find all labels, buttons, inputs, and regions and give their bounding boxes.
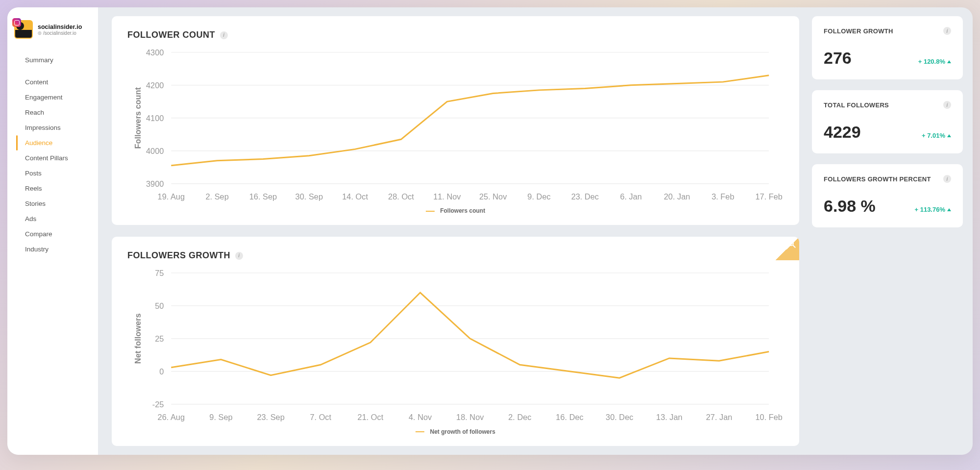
svg-text:25. Nov: 25. Nov [479,192,507,201]
metric-title: FOLLOWER GROWTH [824,27,893,35]
svg-text:20. Jan: 20. Jan [664,192,690,201]
follower-count-card: FOLLOWER COUNT i 3900400041004200430019.… [112,16,799,225]
metric-title: FOLLOWERS GROWTH PERCENT [824,175,931,183]
legend-swatch [416,431,424,432]
sidebar: socialinsider.io /socialinsider.io Summa… [7,7,98,455]
svg-text:3. Feb: 3. Feb [711,192,734,201]
app-shell: socialinsider.io /socialinsider.io Summa… [7,7,973,455]
info-icon[interactable]: i [235,252,243,260]
svg-text:9. Dec: 9. Dec [527,192,550,201]
svg-text:4000: 4000 [146,147,164,155]
metric-delta: + 113.76% [914,206,951,213]
nav-list: SummaryContentEngagementReachImpressions… [7,48,98,262]
followers-growth-card: FOLLOWERS GROWTH i -25025507526. Aug9. S… [112,237,799,445]
info-icon[interactable]: i [943,27,951,35]
instagram-icon [12,18,21,27]
sidebar-item-content-pillars[interactable]: Content Pillars [7,150,98,166]
svg-text:21. Oct: 21. Oct [358,413,384,422]
sidebar-item-stories[interactable]: Stories [7,196,98,211]
brand-handle: /socialinsider.io [38,30,82,36]
svg-text:23. Sep: 23. Sep [257,413,284,422]
metric-value: 6.98 % [824,197,876,216]
svg-text:6. Jan: 6. Jan [620,192,642,201]
legend-label: Net growth of followers [430,428,495,435]
svg-text:2. Sep: 2. Sep [205,192,228,201]
svg-text:7. Oct: 7. Oct [310,413,331,422]
svg-text:3900: 3900 [146,179,164,188]
svg-text:Net followers: Net followers [133,314,142,364]
chart-legend: Net growth of followers [127,428,784,435]
chart-legend: Followers count [127,207,784,214]
followers-growth-chart: -25025507526. Aug9. Sep23. Sep7. Oct21. … [127,266,784,435]
svg-text:-25: -25 [152,400,164,409]
svg-text:19. Aug: 19. Aug [158,192,185,201]
metric-card-followers-growth-percent: FOLLOWERS GROWTH PERCENT i 6.98 % + 113.… [812,164,963,227]
follower-count-chart: 3900400041004200430019. Aug2. Sep16. Sep… [127,45,784,214]
sidebar-item-ads[interactable]: Ads [7,211,98,226]
search-icon [787,240,796,248]
metric-value: 4229 [824,123,861,142]
sidebar-item-content[interactable]: Content [7,74,98,90]
metric-title: TOTAL FOLLOWERS [824,101,889,109]
svg-text:75: 75 [155,269,164,277]
magnify-ribbon[interactable] [776,237,799,260]
svg-text:4300: 4300 [146,48,164,57]
metrics-column: FOLLOWER GROWTH i 276 + 120.8% TOTAL FOL… [812,16,963,446]
card-title: FOLLOWERS GROWTH i [127,250,784,261]
brand-header: socialinsider.io /socialinsider.io [7,20,98,48]
caret-up-icon [947,60,951,63]
sidebar-item-reels[interactable]: Reels [7,181,98,196]
sidebar-item-compare[interactable]: Compare [7,226,98,242]
info-icon[interactable]: i [943,101,951,109]
followers-growth-title: FOLLOWERS GROWTH [127,250,230,261]
svg-line-26 [793,246,795,248]
svg-text:4200: 4200 [146,81,164,90]
svg-text:2. Dec: 2. Dec [508,413,531,422]
caret-up-icon [947,134,951,137]
metric-card-total-followers: TOTAL FOLLOWERS i 4229 + 7.01% [812,90,963,153]
card-title: FOLLOWER COUNT i [127,30,784,40]
svg-text:27. Jan: 27. Jan [706,413,733,422]
legend-swatch [426,211,435,212]
sidebar-item-reach[interactable]: Reach [7,105,98,120]
sidebar-item-summary[interactable]: Summary [7,52,98,68]
svg-text:9. Sep: 9. Sep [209,413,232,422]
svg-text:16. Dec: 16. Dec [556,413,583,422]
info-icon[interactable]: i [943,175,951,183]
svg-text:4100: 4100 [146,114,164,123]
sidebar-item-audience[interactable]: Audience [7,135,98,150]
svg-text:18. Nov: 18. Nov [456,413,484,422]
sidebar-item-engagement[interactable]: Engagement [7,90,98,105]
brand-logo [14,20,33,39]
info-icon[interactable]: i [220,31,228,39]
svg-text:4. Nov: 4. Nov [409,413,432,422]
metric-card-follower-growth: FOLLOWER GROWTH i 276 + 120.8% [812,16,963,79]
sidebar-item-industry[interactable]: Industry [7,242,98,257]
caret-up-icon [947,208,951,211]
legend-label: Followers count [440,207,485,214]
metric-value: 276 [824,49,852,68]
svg-text:26. Aug: 26. Aug [158,413,185,422]
brand-name: socialinsider.io [38,24,82,30]
svg-text:Followers count: Followers count [133,87,142,149]
svg-text:23. Dec: 23. Dec [571,192,599,201]
metric-delta: + 7.01% [922,132,951,139]
svg-text:28. Oct: 28. Oct [388,192,414,201]
sidebar-item-impressions[interactable]: Impressions [7,120,98,135]
svg-text:30. Dec: 30. Dec [606,413,633,422]
svg-text:14. Oct: 14. Oct [342,192,368,201]
svg-text:30. Sep: 30. Sep [295,192,323,201]
main-content: FOLLOWER COUNT i 3900400041004200430019.… [98,7,973,455]
svg-text:16. Sep: 16. Sep [249,192,277,201]
charts-column: FOLLOWER COUNT i 3900400041004200430019.… [112,16,799,446]
svg-text:13. Jan: 13. Jan [656,413,683,422]
follower-count-title: FOLLOWER COUNT [127,30,215,40]
svg-text:50: 50 [155,301,164,310]
sidebar-item-posts[interactable]: Posts [7,166,98,181]
svg-text:10. Feb: 10. Feb [755,413,782,422]
svg-text:17. Feb: 17. Feb [755,192,782,201]
metric-delta: + 120.8% [918,58,951,65]
svg-text:11. Nov: 11. Nov [433,192,461,201]
svg-text:25: 25 [155,334,164,343]
svg-text:0: 0 [159,367,164,376]
